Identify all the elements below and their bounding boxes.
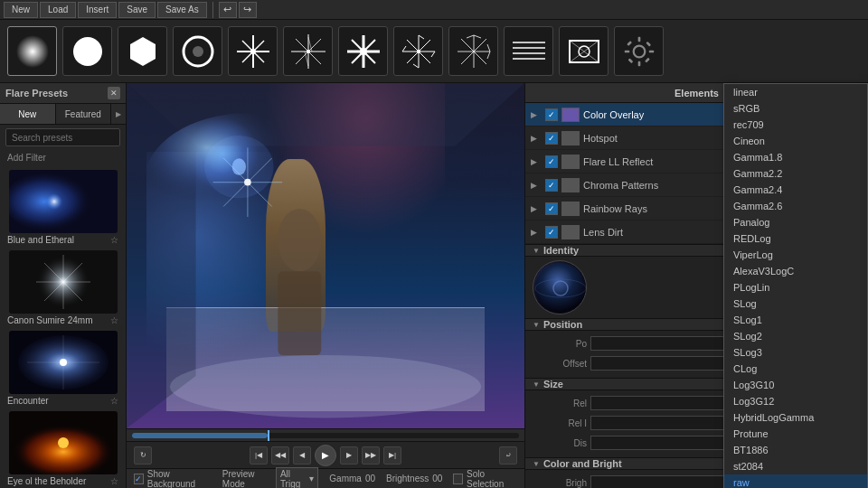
load-button[interactable]: Load <box>40 2 76 18</box>
brush-soft-circle[interactable] <box>7 26 57 76</box>
playbar-track[interactable] <box>132 433 519 438</box>
element-expand-lens-dirt[interactable]: ▶ <box>531 228 542 237</box>
save-button[interactable]: Save <box>118 2 156 18</box>
element-check-rainbow[interactable]: ✓ <box>545 202 558 215</box>
redo-button[interactable]: ↪ <box>239 2 257 18</box>
cs-item-sRGB[interactable]: sRGB <box>724 100 867 117</box>
identity-visual <box>533 260 587 314</box>
next-end-button[interactable]: ▶| <box>383 446 401 465</box>
tab-new[interactable]: New <box>0 104 56 124</box>
element-check-color-overlay[interactable]: ✓ <box>545 108 558 121</box>
cs-item-redlog[interactable]: REDLog <box>724 230 867 247</box>
preset-label-canon: Canon Sumire 24mm ☆ <box>5 315 120 325</box>
cs-item-ploglin[interactable]: PLogLin <box>724 279 867 296</box>
element-color-color-overlay[interactable] <box>561 108 580 122</box>
tab-arrow[interactable]: ▶ <box>111 104 126 124</box>
cs-item-gamma18[interactable]: Gamma1.8 <box>724 149 867 165</box>
tab-featured[interactable]: Featured <box>56 104 112 124</box>
prev-start-button[interactable]: |◀ <box>250 446 268 465</box>
show-background-item: Show Background <box>134 469 212 489</box>
element-color-chroma[interactable] <box>561 178 580 192</box>
svg-point-1 <box>73 37 102 66</box>
brush-radial-lines[interactable] <box>448 26 498 76</box>
preset-star-canon[interactable]: ☆ <box>110 315 118 325</box>
cs-item-slog1[interactable]: SLog1 <box>724 312 867 328</box>
brush-starburst-4[interactable] <box>228 26 278 76</box>
new-button[interactable]: New <box>4 2 38 18</box>
loop-end-button[interactable]: ⤾ <box>499 446 517 465</box>
cs-item-viperlog[interactable]: ViperLog <box>724 247 867 263</box>
panel-close-button[interactable]: ✕ <box>108 87 120 99</box>
cs-item-bt1886[interactable]: BT1886 <box>724 442 867 458</box>
element-color-flare-ll[interactable] <box>561 155 580 169</box>
transport-loop-button[interactable]: ↻ <box>134 446 152 465</box>
play-button[interactable]: ▶ <box>315 445 336 466</box>
cs-item-hybrid[interactable]: HybridLogGamma <box>724 409 867 426</box>
preview-mode-dropdown[interactable]: All Trigg ▾ <box>276 467 318 489</box>
playbar[interactable] <box>127 428 524 441</box>
preset-star-encounter[interactable]: ☆ <box>110 396 118 406</box>
add-filter-button[interactable]: Add Filter <box>0 150 126 165</box>
element-check-flare-ll[interactable]: ✓ <box>545 155 558 168</box>
playbar-fill <box>132 433 268 438</box>
element-check-lens-dirt[interactable]: ✓ <box>545 226 558 239</box>
cs-item-linear[interactable]: linear <box>724 84 867 100</box>
cs-item-raw[interactable]: raw <box>724 474 867 488</box>
toolbar-separator <box>212 2 213 18</box>
cs-item-log3g12[interactable]: Log3G12 <box>724 393 867 409</box>
show-background-checkbox[interactable] <box>134 474 144 484</box>
viewport-canvas[interactable] <box>127 83 524 428</box>
element-color-rainbow[interactable] <box>561 202 580 216</box>
cs-item-gamma26[interactable]: Gamma2.6 <box>724 198 867 214</box>
cs-item-gamma24[interactable]: Gamma2.4 <box>724 182 867 198</box>
element-expand-hotspot[interactable]: ▶ <box>531 134 542 143</box>
preset-eye-beholder[interactable]: Eye ol the Beholder ☆ <box>0 408 126 488</box>
cs-item-log3g10[interactable]: Log3G10 <box>724 377 867 393</box>
cs-item-st2084[interactable]: st2084 <box>724 458 867 474</box>
cs-item-protune[interactable]: Protune <box>724 426 867 442</box>
svg-line-26 <box>419 35 424 39</box>
rewind-button[interactable]: ◀ <box>293 446 311 465</box>
cs-item-slog3[interactable]: SLog3 <box>724 344 867 361</box>
preset-star-blue[interactable]: ☆ <box>110 235 118 245</box>
search-input[interactable] <box>12 133 114 143</box>
brush-ring[interactable] <box>173 26 222 76</box>
viewport: ↻ |◀ ◀◀ ◀ ▶ ▶ ▶▶ ▶| ⤾ Show Background Pr… <box>127 83 524 488</box>
brush-photo[interactable] <box>559 26 609 76</box>
brush-fine-starburst[interactable] <box>283 26 333 76</box>
insert-button[interactable]: Insert <box>78 2 117 18</box>
cs-item-alexa[interactable]: AlexaV3LogC <box>724 263 867 279</box>
forward-button[interactable]: ▶ <box>340 446 358 465</box>
brush-hexagon[interactable] <box>118 26 167 76</box>
next-frame-button[interactable]: ▶▶ <box>362 446 380 465</box>
cs-item-rec709[interactable]: rec709 <box>724 117 867 133</box>
cs-item-slog[interactable]: SLog <box>724 296 867 312</box>
element-check-hotspot[interactable]: ✓ <box>545 132 558 145</box>
cs-item-clog[interactable]: CLog <box>724 361 867 377</box>
cs-item-cineon[interactable]: Cineon <box>724 133 867 149</box>
element-color-lens-dirt[interactable] <box>561 225 580 239</box>
undo-button[interactable]: ↩ <box>219 2 237 18</box>
brush-hard-circle[interactable] <box>62 26 112 76</box>
save-as-button[interactable]: Save As <box>157 2 207 18</box>
preset-blue-etheral[interactable]: Blue and Etheral ☆ <box>0 167 126 248</box>
solo-selection-checkbox[interactable] <box>453 474 463 484</box>
brush-bold-starburst[interactable] <box>338 26 388 76</box>
prev-frame-button[interactable]: ◀◀ <box>271 446 289 465</box>
element-color-hotspot[interactable] <box>561 131 580 145</box>
element-expand-rainbow[interactable]: ▶ <box>531 204 542 213</box>
cs-item-panalog[interactable]: Panalog <box>724 214 867 230</box>
element-expand-color-overlay[interactable]: ▶ <box>531 110 542 119</box>
brush-rays-8[interactable] <box>393 26 443 76</box>
cs-item-slog2[interactable]: SLog2 <box>724 328 867 344</box>
preset-canon-sumire[interactable]: Canon Sumire 24mm ☆ <box>0 248 126 328</box>
cs-item-gamma22[interactable]: Gamma2.2 <box>724 165 867 182</box>
element-expand-flare-ll[interactable]: ▶ <box>531 157 542 166</box>
element-expand-chroma[interactable]: ▶ <box>531 181 542 190</box>
preset-star-eye[interactable]: ☆ <box>110 476 118 486</box>
preset-label-encounter: Encounter ☆ <box>5 396 120 406</box>
preset-encounter[interactable]: Encounter ☆ <box>0 328 126 408</box>
gear-button[interactable] <box>614 26 664 76</box>
brush-horizontal-lines[interactable] <box>504 26 553 76</box>
element-check-chroma[interactable]: ✓ <box>545 179 558 192</box>
